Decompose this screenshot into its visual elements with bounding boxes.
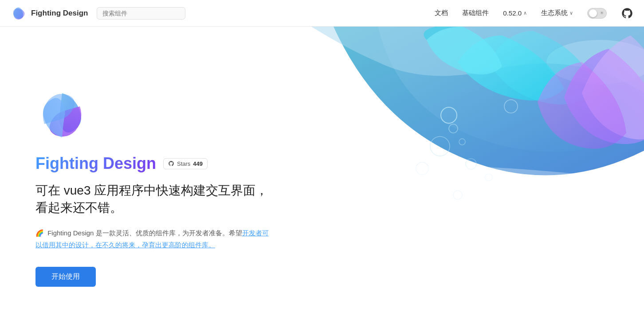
sun-icon: ☀	[600, 10, 604, 16]
hero-content: Fighting Design Stars 449 可在 vue3 应用程序中快…	[0, 27, 310, 313]
logo-text: Fighting Design	[31, 9, 88, 18]
nav-ecosystem-text: 生态系统	[541, 9, 568, 17]
theme-toggle-knob	[589, 9, 597, 17]
nav-ecosystem[interactable]: 生态系统 ∨	[541, 9, 573, 17]
ecosystem-chevron-icon: ∨	[569, 10, 573, 16]
hero-section: Fighting Design Stars 449 可在 vue3 应用程序中快…	[0, 27, 644, 316]
search-input[interactable]	[102, 10, 180, 17]
stars-count: 449	[193, 160, 203, 167]
hero-title: Fighting Design	[35, 154, 156, 173]
svg-point-2	[441, 107, 457, 123]
stars-github-icon	[168, 160, 174, 167]
svg-point-8	[504, 100, 518, 113]
svg-point-9	[416, 162, 428, 175]
svg-point-4	[459, 139, 465, 145]
hero-tagline: 可在 vue3 应用程序中快速构建交互界面，看起来还不错。	[35, 182, 275, 216]
nav-docs[interactable]: 文档	[435, 9, 448, 17]
svg-point-7	[485, 174, 492, 181]
logo-link[interactable]: Fighting Design	[11, 5, 88, 21]
nav-components[interactable]: 基础组件	[462, 9, 489, 17]
svg-point-1	[546, 40, 644, 84]
stars-badge[interactable]: Stars 449	[163, 158, 208, 169]
search-box[interactable]	[97, 7, 185, 20]
hero-description: 🌈 Fighting Design 是一款灵活、优质的组件库，为开发者准备。希望…	[35, 227, 275, 251]
svg-point-6	[466, 159, 476, 169]
description-emoji: 🌈	[35, 229, 44, 237]
hero-title-row: Fighting Design Stars 449	[35, 154, 275, 173]
hero-logo-icon	[35, 89, 89, 142]
svg-point-10	[453, 191, 462, 199]
svg-point-5	[430, 137, 450, 156]
svg-point-3	[449, 124, 458, 133]
navbar-right: 文档 基础组件 0.52.0 ∧ 生态系统 ∨ ☀	[435, 7, 633, 20]
logo-icon	[11, 5, 27, 21]
nav-version[interactable]: 0.52.0 ∧	[503, 9, 527, 17]
get-started-button[interactable]: 开始使用	[35, 267, 96, 287]
navbar: Fighting Design 文档 基础组件 0.52.0 ∧ 生态系统 ∨ …	[0, 0, 644, 27]
description-text: Fighting Design 是一款灵活、优质的组件库，为开发者准备。希望开发…	[35, 229, 269, 249]
stars-label: Stars	[177, 160, 190, 167]
description-link[interactable]: 开发者可以借用其中的设计，在不久的将来，孕育出更高阶的组件库。	[35, 229, 269, 249]
version-chevron-icon: ∧	[523, 10, 527, 16]
github-icon[interactable]	[621, 7, 633, 20]
theme-toggle[interactable]: ☀	[587, 8, 607, 19]
nav-version-text: 0.52.0	[503, 9, 522, 17]
